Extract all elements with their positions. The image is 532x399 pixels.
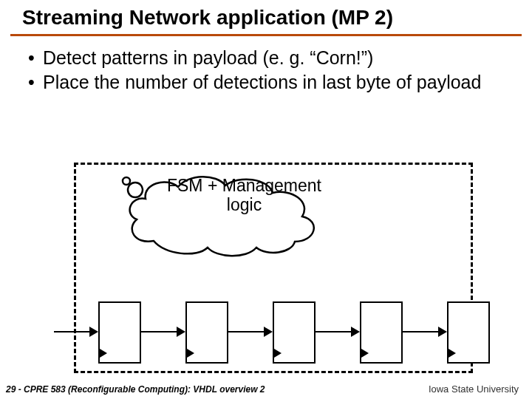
arrowhead-icon	[438, 327, 447, 337]
arrowhead-icon	[351, 327, 360, 337]
clock-triangle-icon	[449, 349, 456, 358]
register	[185, 301, 228, 364]
clock-triangle-icon	[100, 349, 107, 358]
title-area: Streaming Network application (MP 2)	[0, 0, 532, 33]
register-row	[54, 301, 497, 368]
clock-triangle-icon	[274, 349, 282, 358]
register	[447, 301, 490, 364]
footer-left: 29 - CPRE 583 (Reconfigurable Computing)…	[6, 384, 265, 395]
footer-right: Iowa State University	[429, 383, 519, 395]
bullet-list: Detect patterns in payload (e. g. “Corn!…	[0, 36, 532, 95]
bullet-item: Place the number of detections in last b…	[28, 71, 514, 94]
wire	[316, 331, 355, 332]
slide: Streaming Network application (MP 2) Det…	[0, 0, 532, 399]
wire	[228, 331, 268, 332]
register	[360, 301, 403, 364]
arrowhead-icon	[264, 327, 273, 337]
wire	[141, 331, 181, 332]
wire	[403, 331, 443, 332]
svg-point-1	[123, 177, 130, 185]
register	[98, 301, 141, 364]
register	[273, 301, 316, 364]
arrowhead-icon	[89, 327, 98, 337]
cloud-label: FSM + Management logic	[154, 176, 335, 215]
slide-title: Streaming Network application (MP 2)	[22, 6, 519, 30]
bullet-item: Detect patterns in payload (e. g. “Corn!…	[28, 47, 514, 69]
clock-triangle-icon	[187, 349, 194, 358]
arrowhead-icon	[177, 327, 185, 337]
wire	[54, 331, 94, 332]
clock-triangle-icon	[361, 349, 369, 358]
svg-point-0	[128, 183, 143, 197]
pipeline-diagram: FSM + Management logic	[74, 163, 473, 373]
